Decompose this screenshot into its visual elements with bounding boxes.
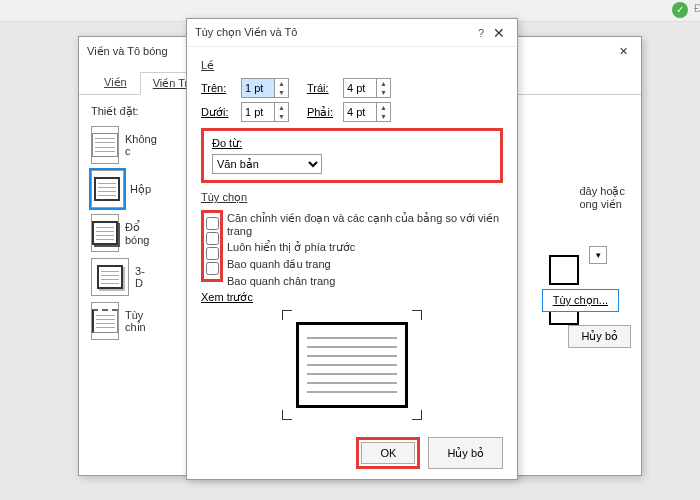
dialog1-close-icon[interactable]: ✕ [613, 45, 633, 58]
left-margin-spinner[interactable]: ▲▼ [343, 78, 391, 98]
opt2-checkbox[interactable] [206, 232, 219, 245]
preview-swatch-1 [549, 255, 579, 285]
preset-3d[interactable]: 3-D [91, 258, 151, 296]
dialog2-titlebar: Tùy chọn Viền và Tô ? ✕ [187, 19, 517, 47]
bottom-margin-spinner[interactable]: ▲▼ [241, 102, 289, 122]
preset-box-label: Hộp [130, 183, 151, 196]
left-margin-input[interactable] [344, 79, 376, 97]
right-margin-input[interactable] [344, 103, 376, 121]
checkbox-highlight [201, 210, 223, 282]
preset-none[interactable]: Không c [91, 126, 151, 164]
crop-handle-icon [412, 310, 422, 320]
crop-handle-icon [412, 410, 422, 420]
opt2-label: Luôn hiển thị ở phía trước [227, 241, 503, 254]
dialog2-buttons: OK Hủy bỏ [356, 437, 503, 469]
status-letter: Đ [694, 2, 700, 14]
preset-3d-label: 3-D [135, 265, 151, 289]
preview-label: Xem trước [201, 291, 503, 304]
preset-custom-label: Tùy chỉn [125, 309, 151, 334]
opt3-checkbox[interactable] [206, 247, 219, 260]
options-button[interactable]: Tùy chọn... [542, 289, 619, 312]
preview-page [296, 322, 408, 408]
preview-hint-text: đây hoặc ong viền [579, 185, 625, 211]
options-group-label: Tùy chọn [201, 191, 503, 204]
bottom-margin-label: Dưới: [201, 106, 235, 119]
crop-handle-icon [282, 410, 292, 420]
right-margin-spinner[interactable]: ▲▼ [343, 102, 391, 122]
measure-from-select[interactable]: Văn bản [212, 154, 322, 174]
preset-list: Không c Hộp Đổ bóng 3-D Tùy chỉn [91, 126, 151, 340]
preset-shadow[interactable]: Đổ bóng [91, 214, 151, 252]
help-icon[interactable]: ? [473, 27, 489, 39]
right-margin-label: Phải: [307, 106, 337, 119]
preset-custom[interactable]: Tùy chỉn [91, 302, 151, 340]
preset-none-label: Không c [125, 133, 157, 157]
dialog2-close-icon[interactable]: ✕ [489, 25, 509, 41]
bottom-margin-input[interactable] [242, 103, 274, 121]
top-margin-label: Trên: [201, 82, 235, 94]
dialog2-body: Lề Trên: ▲▼ Trái: ▲▼ Dưới: ▲▼ Phải: ▲▼ Đ… [187, 47, 517, 428]
ok-highlight: OK [356, 437, 420, 469]
margins-group-label: Lề [201, 59, 503, 72]
top-margin-input[interactable] [242, 79, 274, 97]
dialog2-cancel-button[interactable]: Hủy bỏ [428, 437, 503, 469]
crop-handle-icon [282, 310, 292, 320]
top-margin-spinner[interactable]: ▲▼ [241, 78, 289, 98]
opt4-checkbox[interactable] [206, 262, 219, 275]
ok-button[interactable]: OK [361, 442, 415, 464]
opt1-label: Căn chỉnh viền đoạn và các cạnh của bảng… [227, 212, 503, 237]
tab-border[interactable]: Viền [91, 71, 140, 94]
dialog1-cancel-button[interactable]: Hủy bỏ [568, 325, 631, 348]
measure-from-highlight: Đo từ: Văn bản [201, 128, 503, 183]
preview-box [282, 310, 422, 420]
measure-from-label: Đo từ: [212, 137, 492, 150]
border-options-dialog: Tùy chọn Viền và Tô ? ✕ Lề Trên: ▲▼ Trái… [186, 18, 518, 480]
margin-row-bottom: Dưới: ▲▼ Phải: ▲▼ [201, 102, 503, 122]
preset-shadow-label: Đổ bóng [125, 221, 151, 246]
sync-status-icon: ✓ [672, 2, 688, 18]
left-margin-label: Trái: [307, 82, 337, 94]
opt3-label: Bao quanh đầu trang [227, 258, 503, 271]
dialog2-title: Tùy chọn Viền và Tô [195, 26, 473, 39]
preset-box[interactable]: Hộp [91, 170, 151, 208]
art-dropdown-icon[interactable]: ▾ [589, 246, 607, 264]
opt1-checkbox[interactable] [206, 217, 219, 230]
margin-row-top: Trên: ▲▼ Trái: ▲▼ [201, 78, 503, 98]
opt4-label: Bao quanh chân trang [227, 275, 503, 287]
